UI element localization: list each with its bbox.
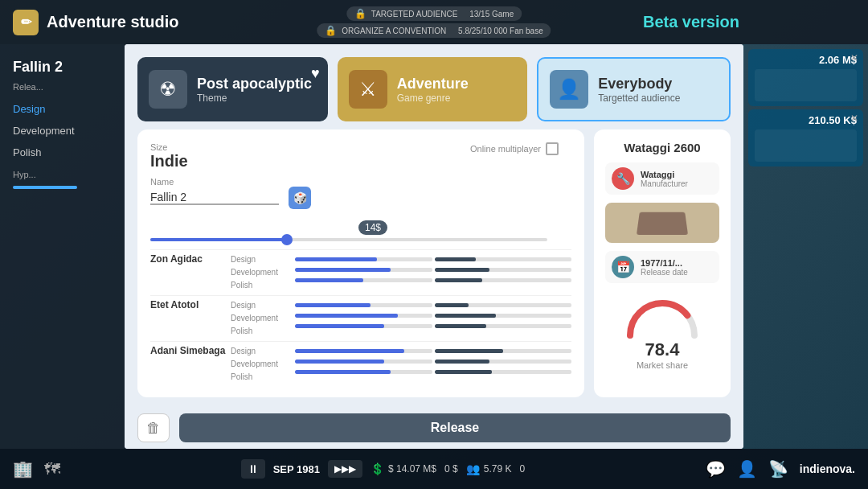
worker-bars xyxy=(295,345,571,376)
left-sidebar: Fallin 2 Relea... Design Development Pol… xyxy=(0,44,129,449)
manufacturer-sub: Manufacturer xyxy=(641,179,688,188)
market-share-label: Market share xyxy=(637,360,688,370)
price-slider-thumb[interactable] xyxy=(281,234,293,245)
workers-table: Zon Agidac Design Development Polish xyxy=(150,249,571,384)
console-image xyxy=(605,203,719,243)
bottom-right-icons: 💬 👤 📡 indienova. xyxy=(706,459,855,479)
worker-row: Etet Atotol Design Development Polish xyxy=(150,295,571,341)
theme-card-audience[interactable]: 👤 Everybody Targetted audience xyxy=(537,57,731,121)
fans-stat: 👥 5.79 K xyxy=(466,462,512,475)
heart-button[interactable]: ♥ xyxy=(311,65,320,82)
right-panel-money: ✕ 2.06 M$ xyxy=(748,49,863,106)
online-multiplayer-checkbox[interactable] xyxy=(546,142,559,155)
fast-forward-button[interactable]: ▶▶▶ xyxy=(328,460,362,478)
close-icon-2[interactable]: ✕ xyxy=(850,113,858,124)
worker-bars xyxy=(295,253,571,284)
audience-card-subtitle: Targetted audience xyxy=(598,92,680,104)
convention-icon: 🔒 xyxy=(325,25,337,36)
score-stat: 0 xyxy=(519,463,525,475)
top-bar: ✏ Adventure studio 🔒 TARGETED AUDIENCE 1… xyxy=(0,0,868,44)
targeted-audience-badge: 🔒 TARGETED AUDIENCE 13/15 Game xyxy=(346,6,522,21)
right-panel-ks: ✕ 210.50 K$ xyxy=(748,109,863,166)
theme-card-theme[interactable]: ☢ Post apocalyptic Theme ♥ xyxy=(137,57,328,121)
audience-card-texts: Everybody Targetted audience xyxy=(598,76,680,104)
beta-label: Beta version xyxy=(643,13,739,31)
close-icon[interactable]: ✕ xyxy=(850,52,858,64)
money-stat: 💲 $ 14.07 M$ xyxy=(371,462,436,475)
convention-val: 5.8/25/10 000 Fan base xyxy=(458,27,543,35)
wifi-icon[interactable]: 📡 xyxy=(768,459,788,479)
release-date-label: Release date xyxy=(641,268,688,277)
genre-card-title: Adventure xyxy=(397,76,469,92)
worker-row: Adani Simebaga Design Development Polish xyxy=(150,341,571,384)
market-share-value: 78.4 xyxy=(645,339,680,360)
theme-card-icon: ☢ xyxy=(149,70,187,109)
release-date-item: 📅 1977/11/... Release date xyxy=(605,251,719,283)
theme-cards-row: ☢ Post apocalyptic Theme ♥ ⚔ Adventure G… xyxy=(125,44,743,129)
bottom-center-controls: ⏸ SEP 1981 ▶▶▶ 💲 $ 14.07 M$ 0 $ 👥 5.79 K… xyxy=(241,459,525,479)
name-row: 🎲 xyxy=(150,187,571,209)
person-icon[interactable]: 👤 xyxy=(737,459,757,479)
app-title: Adventure studio xyxy=(47,13,178,31)
stat1-value: 2.06 M$ xyxy=(755,54,857,66)
bottom-bar: 🏢 🗺 ⏸ SEP 1981 ▶▶▶ 💲 $ 14.07 M$ 0 $ 👥 5.… xyxy=(0,449,868,489)
theme-card-texts: Post apocalyptic Theme xyxy=(197,76,312,104)
logo-icon: ✏ xyxy=(13,10,39,35)
form-panel: Size Indie Online multiplayer Name 🎲 14$ xyxy=(137,129,584,397)
date-label: SEP 1981 xyxy=(273,463,320,475)
genre-card-subtitle: Game genre xyxy=(397,92,469,104)
name-input[interactable] xyxy=(150,191,279,205)
convention-label: ORGANIZE A CONVENTION xyxy=(342,27,446,35)
price-bubble: 14$ xyxy=(358,220,387,235)
market-share-gauge xyxy=(622,291,702,339)
building-icon[interactable]: 🏢 xyxy=(13,459,33,479)
form-header: Size Indie Online multiplayer xyxy=(150,142,571,177)
map-icon[interactable]: 🗺 xyxy=(44,460,60,479)
sidebar-item-development[interactable]: Development xyxy=(0,120,129,142)
release-date-value: 1977/11/... xyxy=(641,258,688,268)
sidebar-item-polish[interactable]: Polish xyxy=(0,142,129,163)
trash-button[interactable]: 🗑 xyxy=(137,413,170,442)
stat2-graph xyxy=(755,129,857,162)
worker-row: Zon Agidac Design Development Polish xyxy=(150,249,571,295)
lock-icon: 🔒 xyxy=(354,8,366,19)
sidebar-item-design[interactable]: Design xyxy=(0,98,129,120)
targeted-audience-label: TARGETED AUDIENCE xyxy=(371,10,458,18)
stat2-value: 210.50 K$ xyxy=(755,114,857,126)
theme-card-genre[interactable]: ⚔ Adventure Game genre xyxy=(338,57,528,121)
audience-card-title: Everybody xyxy=(598,76,680,92)
worker-skills: Design Development Polish xyxy=(231,253,295,292)
worker-name: Etet Atotol xyxy=(150,299,231,310)
release-button[interactable]: Release xyxy=(179,413,731,442)
price-slider-fill xyxy=(150,238,289,241)
price-slider-track[interactable] xyxy=(150,238,547,241)
money-value: $ 14.07 M$ xyxy=(388,463,436,475)
content-area: Size Indie Online multiplayer Name 🎲 14$ xyxy=(125,129,743,407)
worker-name: Adani Simebaga xyxy=(150,345,231,356)
top-center-badges: 🔒 TARGETED AUDIENCE 13/15 Game 🔒 ORGANIZ… xyxy=(317,6,551,38)
stats-panel-title: Wataggi 2600 xyxy=(605,141,719,154)
sidebar-sub: Relea... xyxy=(0,80,129,98)
genre-card-icon: ⚔ xyxy=(349,70,387,109)
brand-label: indienova. xyxy=(800,462,855,475)
theme-card-subtitle: Theme xyxy=(197,92,312,104)
main-panel: ☢ Post apocalyptic Theme ♥ ⚔ Adventure G… xyxy=(125,44,743,449)
pause-button[interactable]: ⏸ xyxy=(241,459,265,479)
bottom-buttons: 🗑 Release xyxy=(125,407,743,449)
dice-button[interactable]: 🎲 xyxy=(289,187,311,209)
app-logo: ✏ Adventure studio xyxy=(13,10,178,35)
convention-badge: 🔒 ORGANIZE A CONVENTION 5.8/25/10 000 Fa… xyxy=(317,23,551,38)
sidebar-hyp: Hyp... xyxy=(0,163,129,183)
worker-skills: Design Development Polish xyxy=(231,345,295,384)
stat1-graph xyxy=(755,69,857,101)
name-label: Name xyxy=(150,177,571,187)
chat-icon[interactable]: 💬 xyxy=(706,459,726,479)
zero-value: 0 $ xyxy=(444,463,458,475)
fans-icon: 👥 xyxy=(466,462,480,475)
sidebar-title: Fallin 2 xyxy=(0,54,129,80)
calendar-icon: 📅 xyxy=(612,256,634,278)
sidebar-slider xyxy=(13,186,77,189)
audience-card-icon: 👤 xyxy=(550,70,588,109)
fans-value: 5.79 K xyxy=(484,463,512,475)
online-label: Online multiplayer xyxy=(470,144,541,154)
